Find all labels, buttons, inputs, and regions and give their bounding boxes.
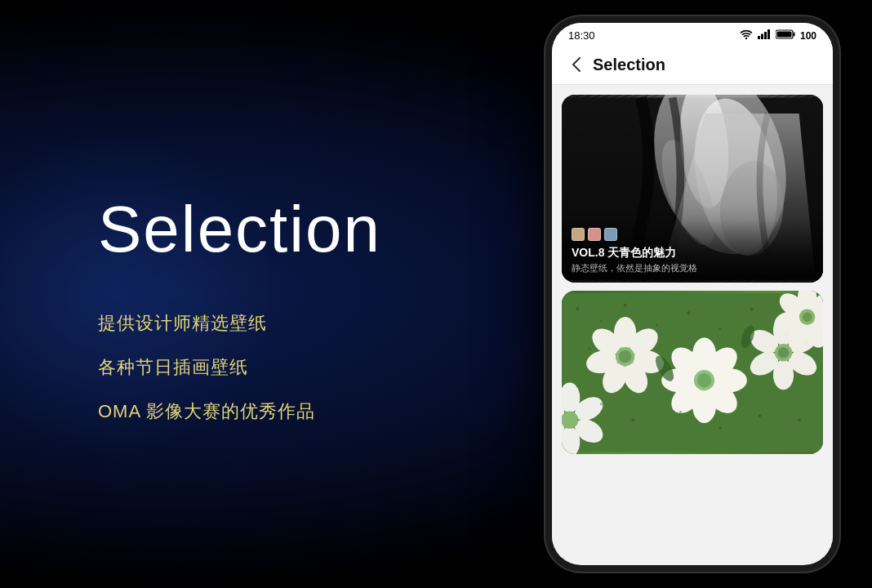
card-1-overlay: VOL.8 天青色的魅力 静态壁纸，依然是抽象的视觉格 [562,220,823,283]
svg-point-25 [588,347,590,350]
time-display: 18:30 [568,29,595,42]
svg-rect-1 [758,36,760,39]
nav-bar: Selection [552,45,833,85]
content-area[interactable]: VOL.8 天青色的魅力 静态壁纸，依然是抽象的视觉格 [552,85,833,558]
card-2-image [562,291,823,454]
svg-point-17 [600,320,603,323]
svg-point-20 [687,311,690,314]
status-bar: 18:30 [552,23,833,45]
status-icons: 100 [740,29,816,42]
svg-point-0 [745,38,747,39]
swatch-blue [604,228,617,241]
feature-item-1: 提供设计师精选壁纸 [98,311,474,336]
phone-mockup: 18:30 [545,16,839,572]
wifi-icon [740,29,753,42]
svg-point-41 [619,350,632,363]
wallpaper-card-1[interactable]: VOL.8 天青色的魅力 静态壁纸，依然是抽象的视觉格 [562,95,823,283]
svg-rect-3 [764,32,767,39]
main-title: Selection [98,197,474,262]
color-swatches [572,228,813,241]
card-1-subtitle: 静态壁纸，依然是抽象的视觉格 [572,262,813,274]
nav-title: Selection [593,56,665,74]
svg-point-18 [624,304,627,307]
svg-point-75 [562,412,578,429]
feature-item-3: OMA 影像大赛的优秀作品 [98,399,474,424]
svg-point-16 [576,307,579,310]
svg-point-19 [656,323,658,326]
phone-frame: 18:30 [545,16,839,572]
svg-rect-2 [761,34,763,40]
svg-point-68 [803,312,812,322]
swatch-beige [572,228,585,241]
svg-point-21 [719,327,721,330]
svg-point-59 [778,347,790,359]
signal-icon [758,29,771,42]
svg-point-79 [631,418,634,421]
svg-point-78 [600,403,603,405]
battery-icon [776,29,795,42]
svg-point-81 [719,426,722,430]
swatch-pink [588,228,601,241]
svg-point-80 [679,411,682,413]
feature-list: 提供设计师精选壁纸 各种节日插画壁纸 OMA 影像大赛的优秀作品 [98,311,474,424]
svg-point-51 [697,373,711,387]
svg-point-83 [798,418,801,421]
feature-item-2: 各种节日插画壁纸 [98,355,474,380]
svg-rect-4 [767,29,770,39]
svg-rect-6 [793,33,794,37]
svg-point-22 [750,307,754,310]
svg-point-82 [759,415,761,417]
battery-label: 100 [800,30,816,42]
card-1-title: VOL.8 天青色的魅力 [572,246,813,261]
left-panel: Selection 提供设计师精选壁纸 各种节日插画壁纸 OMA 影像大赛的优秀… [0,0,474,588]
phone-screen: 18:30 [552,23,833,565]
svg-rect-7 [776,32,791,38]
wallpaper-card-2[interactable] [562,291,823,454]
back-button[interactable] [565,53,588,76]
